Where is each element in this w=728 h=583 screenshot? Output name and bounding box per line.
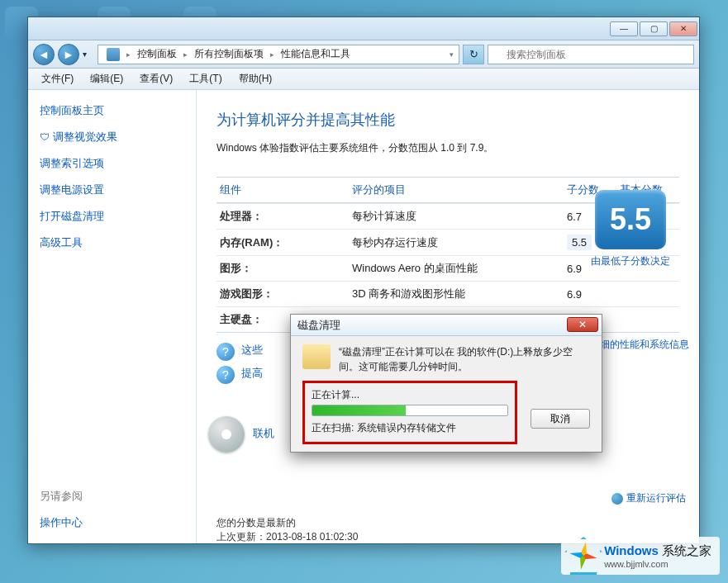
minimize-button[interactable]: — [610,21,638,36]
sidebar-home[interactable]: 控制面板主页 [40,103,184,118]
scan-prefix: 正在扫描: [312,422,354,434]
menu-help[interactable]: 帮助(H) [231,72,281,86]
highlighted-progress-area: 正在计算... 正在扫描: 系统错误内存转储文件 [302,381,517,444]
control-panel-icon [107,48,120,61]
breadcrumb-dropdown-icon[interactable]: ▾ [448,50,455,59]
online-link[interactable]: 联机 [253,426,274,441]
row-label: 图形： [220,261,352,276]
menu-bar: 文件(F) 编辑(E) 查看(V) 工具(T) 帮助(H) [28,69,699,90]
dialog-title: 磁盘清理 ✕ [291,315,602,336]
breadcrumb[interactable]: ▸ 控制面板 ▸ 所有控制面板项 ▸ 性能信息和工具 ▾ [98,45,459,64]
sidebar: 控制面板主页 调整视觉效果 调整索引选项 调整电源设置 打开磁盘清理 高级工具 … [28,90,197,543]
row-item: 3D 商务和游戏图形性能 [352,287,567,301]
maximize-button[interactable]: ▢ [640,21,668,36]
dialog-close-button[interactable]: ✕ [567,317,598,332]
crumb-sep-icon: ▸ [269,50,276,59]
menu-tools[interactable]: 工具(T) [181,72,230,86]
score-latest: 您的分数是最新的 [216,516,679,530]
dialog-title-text: 磁盘清理 [297,319,340,331]
page-title: 为计算机评分并提高其性能 [216,110,679,130]
address-bar: ◄ ► ▾ ▸ 控制面板 ▸ 所有控制面板项 ▸ 性能信息和工具 ▾ ↻ [28,40,699,69]
sidebar-item-advanced-tools[interactable]: 高级工具 [40,235,184,250]
info-icon: ? [216,343,235,361]
base-score-caption: 由最低子分数决定 [590,254,671,268]
close-button[interactable]: ✕ [669,21,697,36]
sidebar-item-disk-cleanup[interactable]: 打开磁盘清理 [40,209,184,224]
scan-item: 系统错误内存转储文件 [357,422,456,434]
progress-fill [312,405,406,415]
perf-info-window: — ▢ ✕ ◄ ► ▾ ▸ 控制面板 ▸ 所有控制面板项 ▸ 性能信息和工具 ▾… [27,17,700,544]
row-label: 内存(RAM)： [220,235,352,250]
table-row: 游戏图形： 3D 商务和游戏图形性能 6.9 [216,281,679,306]
see-also-heading: 另请参阅 [40,489,184,504]
watermark: Windows 系统之家 www.bjjmlv.com [561,537,720,575]
row-score: 5.5 [567,235,592,250]
progress-bar [312,405,508,416]
progress-label: 正在计算... [312,388,508,402]
crumb-control-panel[interactable]: 控制面板 [132,47,182,61]
row-score: 6.9 [567,288,620,301]
sidebar-item-visual-effects[interactable]: 调整视觉效果 [40,130,184,145]
menu-file[interactable]: 文件(F) [33,72,82,86]
refresh-button[interactable]: ↻ [463,45,484,64]
titlebar: — ▢ ✕ [28,17,699,40]
col-component: 组件 [220,182,352,197]
menu-view[interactable]: 查看(V) [131,72,181,86]
tip-link-1[interactable]: 这些 [241,343,263,358]
disk-cleanup-dialog: 磁盘清理 ✕ “磁盘清理”正在计算可以在 我的软件(D:)上释放多少空间。这可能… [290,314,602,453]
base-score-badge: 5.5 由最低子分数决定 [590,190,671,268]
crumb-sep-icon: ▸ [125,50,132,59]
row-item: 每秒内存运行速度 [352,235,567,250]
back-button[interactable]: ◄ [33,44,55,65]
scan-status: 正在扫描: 系统错误内存转储文件 [312,421,508,435]
row-label: 处理器： [220,209,352,224]
disc-icon [208,416,245,453]
sidebar-item-power[interactable]: 调整电源设置 [40,182,184,197]
sidebar-item-indexing[interactable]: 调整索引选项 [40,156,184,171]
row-label: 游戏图形： [220,287,352,301]
rerun-assessment-link[interactable]: 重新运行评估 [611,491,686,505]
dialog-message: “磁盘清理”正在计算可以在 我的软件(D:)上释放多少空间。这可能需要几分钟时间… [339,344,590,374]
watermark-brand: Windows 系统之家 [604,543,711,559]
search-input[interactable] [488,45,694,64]
tip-link-2[interactable]: 提高 [241,366,263,381]
base-score-value: 5.5 [595,190,666,249]
watermark-logo-icon [569,542,597,570]
detailed-perf-link[interactable]: 细的性能和系统信息 [600,338,689,352]
row-item: Windows Aero 的桌面性能 [352,261,567,276]
cleanup-icon [302,344,331,369]
forward-button[interactable]: ► [58,44,79,65]
crumb-sep-icon: ▸ [182,50,189,59]
menu-edit[interactable]: 编辑(E) [82,72,131,86]
crumb-perf-info[interactable]: 性能信息和工具 [276,47,355,61]
watermark-url: www.bjjmlv.com [604,559,711,569]
history-dropdown[interactable]: ▾ [83,50,94,59]
sidebar-action-center[interactable]: 操作中心 [40,515,184,530]
row-item: 每秒计算速度 [352,209,567,224]
page-description: Windows 体验指数评估主要系统组件，分数范围从 1.0 到 7.9。 [216,141,679,155]
crumb-all-items[interactable]: 所有控制面板项 [189,47,269,61]
cancel-button[interactable]: 取消 [531,409,590,429]
info-icon: ? [216,366,235,384]
col-item: 评分的项目 [352,182,567,197]
